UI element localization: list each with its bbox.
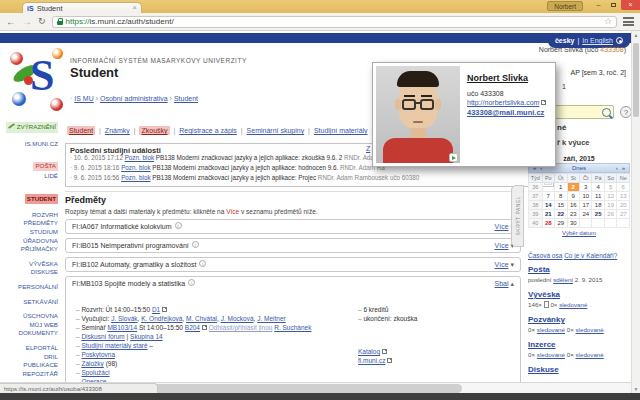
nav-tab[interactable]: Registrace a zápis (179, 127, 237, 134)
section-link[interactable]: sledované (576, 351, 604, 358)
course-detail-link[interactable]: Spolužáci (81, 369, 109, 376)
course-detail-link[interactable]: Skupina 14 (130, 333, 163, 340)
sidebar-item[interactable]: LIDÉ (0, 172, 58, 181)
calendar-today-button[interactable]: Dnes (570, 165, 588, 171)
nav-tab[interactable]: Zkoušky (139, 126, 169, 135)
reload-button[interactable]: ↻ (38, 17, 46, 26)
minimize-button[interactable]: – (591, 0, 606, 10)
calendar-day[interactable]: 12 (604, 192, 616, 201)
breadcrumb-link[interactable]: IS MU (74, 95, 93, 102)
course-toggle-link[interactable]: Více (495, 261, 509, 268)
calendar-day[interactable]: 24 (579, 210, 591, 219)
back-button[interactable]: ← (6, 17, 16, 27)
course-title[interactable]: FI:MB103 Spojité modely a statistika (72, 280, 185, 287)
calendar-day[interactable]: 7 (542, 192, 554, 201)
calendar-day[interactable]: 20 (617, 201, 630, 210)
calendar-day[interactable]: 30 (567, 219, 579, 228)
course-detail-link[interactable]: R. Suchánek (274, 324, 311, 331)
course-side-link[interactable]: fi.muni.cz (358, 357, 385, 364)
course-toggle-link[interactable]: Sbal (495, 280, 509, 287)
section-link[interactable]: sledované (576, 326, 604, 333)
calendar-date-select-link[interactable]: Výběr datum (562, 230, 596, 236)
course-detail-link[interactable]: Diskusní fórum (81, 333, 124, 340)
right-panel-link[interactable]: Co je v Kalendáři? (564, 252, 617, 259)
sidebar-item[interactable]: VÝVĚSKA (0, 260, 58, 269)
sidebar-item[interactable]: PŘEDMĚTY (0, 219, 58, 228)
course-detail-link[interactable]: Záložky (81, 360, 103, 367)
sidebar-item[interactable]: MŮJ WEB (0, 321, 58, 330)
sidebar-item[interactable]: DRIL (0, 353, 58, 362)
calendar-day[interactable]: 11 (592, 192, 604, 201)
scroll-down-icon[interactable]: ▼ (632, 386, 640, 392)
info-icon[interactable]: i (188, 279, 195, 286)
section-title-link[interactable]: Inzerce (528, 340, 630, 349)
is-muni-logo[interactable]: S (10, 48, 64, 114)
course-toggle-link[interactable]: Více (495, 242, 509, 249)
nav-tab[interactable]: Seminární skupiny (247, 127, 305, 134)
course-detail-link[interactable]: J. Meitner (257, 315, 286, 322)
event-noteblock-link[interactable]: Pozn. blok (121, 164, 150, 171)
calendar-day[interactable]: 9 (567, 192, 579, 201)
section-title-link[interactable]: Pošta (528, 265, 630, 274)
course-detail-link[interactable]: K. Ondřejková (141, 315, 182, 322)
nav-tab[interactable]: Studijní materiály (314, 127, 368, 134)
sidebar-item[interactable]: DOKUMENTY (0, 329, 58, 338)
calendar-day[interactable]: 16 (567, 201, 579, 210)
chrome-menu-icon[interactable] (623, 17, 634, 26)
calendar-day[interactable]: 6 (617, 183, 630, 192)
info-icon[interactable]: i (199, 260, 206, 267)
info-icon[interactable]: i (192, 241, 199, 248)
section-link[interactable]: sledované (537, 351, 565, 358)
sidebar-item[interactable]: ÚSCHOVNA (0, 312, 58, 321)
sidebar-item[interactable]: DISKUSE (0, 268, 58, 277)
sidebar-item[interactable]: PŘIJÍMAČKY (0, 245, 58, 254)
sidebar-item[interactable]: ÚŘADOVNA (0, 237, 58, 246)
calendar-day[interactable]: 19 (604, 201, 616, 210)
calendar-day[interactable]: 18 (592, 201, 604, 210)
events-more-link[interactable]: Z (366, 145, 370, 152)
calendar-day[interactable]: 2 (567, 183, 579, 192)
calendar-day[interactable]: 27 (617, 210, 630, 219)
course-detail-link[interactable]: M. Chvátal (186, 315, 217, 322)
calendar-day[interactable]: 14 (542, 201, 554, 210)
course-title[interactable]: FI:IB102 Automaty, gramatiky a složitost (72, 261, 196, 268)
nav-tab[interactable]: Známky (105, 127, 130, 134)
section-title-link[interactable]: Pozvánky (528, 315, 630, 324)
sidebar-item[interactable]: SETKÁVÁNÍ (0, 298, 58, 307)
browser-tab[interactable]: iS Student × (22, 2, 142, 13)
course-detail-link[interactable]: Studijní materiály staré (81, 342, 147, 349)
user-name[interactable]: Norbert Slivka (539, 46, 585, 53)
sidebar-item[interactable]: STUDIUM (0, 228, 58, 237)
popup-person-name[interactable]: Norbert Slivka (467, 73, 528, 83)
sidebar-item[interactable]: ZVÝRAZNĚNÍ (6, 122, 58, 133)
calendar-day[interactable]: 25 (592, 210, 604, 219)
vertical-scrollbar[interactable]: ▲ ▼ (631, 31, 640, 393)
calendar-day[interactable]: 5 (604, 183, 616, 192)
chrome-profile-button[interactable]: Norbert (547, 1, 583, 11)
search-icon[interactable] (602, 108, 611, 117)
uco-number[interactable]: 433308 (600, 46, 623, 53)
course-detail-link[interactable]: Poskytovna (81, 351, 115, 358)
calendar-day[interactable]: 8 (555, 192, 567, 201)
calendar-day[interactable]: 3 (579, 183, 591, 192)
sidebar-item[interactable]: ELPORTÁL (0, 344, 58, 353)
scroll-up-icon[interactable]: ▲ (632, 32, 640, 38)
calendar-day[interactable]: 10 (579, 192, 591, 201)
course-title[interactable]: FI:IA067 Informatické kolokvium (72, 223, 172, 230)
course-detail-link[interactable]: Odhlásit/přihlásit jinou (209, 324, 273, 331)
course-toggle[interactable]: Více ▾ (495, 258, 514, 271)
vertical-scroll-thumb[interactable] (633, 43, 639, 117)
course-toggle[interactable]: Sbal ▴ (495, 277, 514, 290)
breadcrumb-link[interactable]: Student (174, 95, 198, 102)
calendar-day[interactable]: 26 (604, 210, 616, 219)
course-toggle-link[interactable]: Více (495, 223, 509, 230)
course-detail-link[interactable]: D1 (152, 306, 160, 313)
vcard-icon[interactable] (449, 153, 458, 162)
popup-website-link[interactable]: http://norbertslivka.com (467, 99, 539, 106)
calendar-day[interactable]: 4 (592, 183, 604, 192)
course-detail-link[interactable]: J. Slovák (111, 315, 137, 322)
event-noteblock-link[interactable]: Pozn. blok (125, 154, 154, 161)
breadcrumb-link[interactable]: Osobní administrativa (100, 95, 168, 102)
sidebar-item[interactable]: STUDENT (25, 194, 58, 205)
close-button[interactable]: × (621, 0, 640, 10)
